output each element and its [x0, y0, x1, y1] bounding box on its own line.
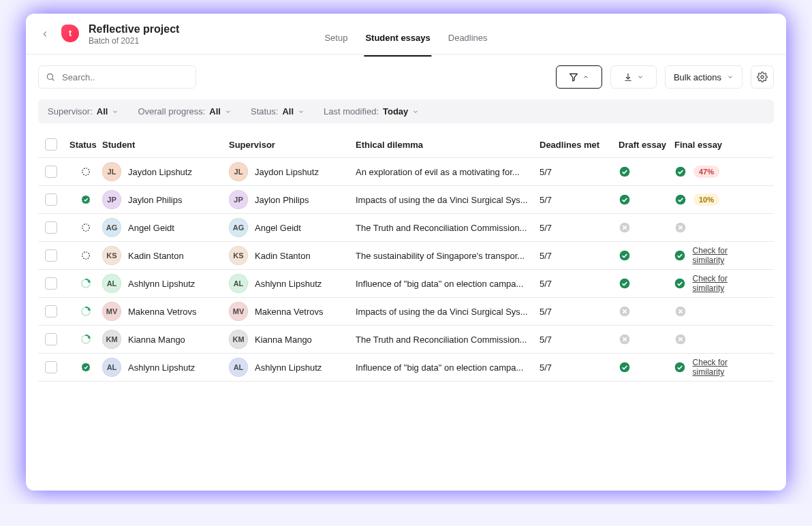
deadlines-met: 5/7	[540, 223, 619, 233]
student-name: Ashlynn Lipshutz	[128, 362, 195, 373]
check-similarity-link[interactable]: Check for similarity	[693, 246, 756, 265]
student-name: Makenna Vetrovs	[128, 307, 196, 317]
tab-setup[interactable]: Setup	[323, 26, 349, 57]
avatar: KS	[102, 246, 121, 265]
x-circle-icon	[674, 221, 687, 234]
table-row[interactable]: ALAshlynn LipshutzALAshlynn LipshutzInfl…	[38, 270, 774, 298]
row-checkbox[interactable]	[45, 194, 57, 206]
avatar: KS	[229, 246, 248, 265]
student-name: Jaydon Lipshutz	[128, 167, 192, 177]
table-row[interactable]: JLJaydon LipshutzJLJaydon LipshutzAn exp…	[38, 158, 774, 186]
ethical-dilemma: The Truth and Reconciliation Commission.…	[356, 335, 540, 345]
x-circle-icon	[674, 333, 687, 345]
check-circle-icon	[674, 166, 687, 178]
final-essay-cell	[674, 305, 756, 318]
filter-button[interactable]	[556, 65, 602, 89]
similarity-badge: 10%	[693, 194, 719, 206]
final-essay-cell: 10%	[674, 194, 756, 206]
in-progress-icon	[80, 306, 91, 317]
svg-point-24	[620, 362, 630, 373]
title-block: Reflective project Batch of 2021	[89, 23, 179, 46]
svg-point-16	[620, 279, 630, 289]
row-checkbox[interactable]	[45, 249, 57, 262]
draft-essay-cell	[619, 194, 674, 206]
svg-point-8	[676, 195, 686, 205]
final-essay-cell	[674, 333, 756, 345]
table-head: Status Student Supervisor Ethical dilemm…	[38, 126, 774, 158]
table-row[interactable]: AGAngel GeidtAGAngel GeidtThe Truth and …	[38, 214, 774, 242]
deadlines-met: 5/7	[540, 251, 619, 261]
pending-dashed-icon	[81, 167, 91, 176]
avatar: KM	[229, 330, 248, 349]
deadlines-met: 5/7	[540, 335, 619, 345]
check-circle-icon	[674, 361, 686, 373]
table-row[interactable]: MVMakenna VetrovsMVMakenna VetrovsImpact…	[38, 298, 774, 326]
ethical-dilemma: An exploration of evil as a motivating f…	[356, 167, 540, 177]
supervisor-name: Ashlynn Lipshutz	[255, 362, 322, 373]
ethical-dilemma: The Truth and Reconciliation Commission.…	[356, 223, 540, 233]
avatar: AL	[229, 358, 248, 377]
chevron-up-icon	[582, 74, 589, 80]
student-name: Kadin Stanton	[128, 251, 184, 261]
verified-badge-icon	[81, 362, 91, 372]
search-icon	[46, 72, 55, 82]
select-all-checkbox[interactable]	[45, 138, 57, 151]
ethical-dilemma: Impacts of using the da Vinci Surgical S…	[356, 307, 540, 317]
avatar: KM	[102, 330, 121, 349]
page-title: Reflective project	[89, 23, 179, 35]
row-checkbox[interactable]	[45, 361, 57, 373]
col-deadlines: Deadlines met	[540, 140, 619, 150]
draft-essay-cell	[619, 166, 674, 178]
chevron-down-icon	[727, 74, 734, 80]
student-name: Angel Geidt	[128, 223, 174, 233]
table-row[interactable]: KSKadin StantonKSKadin StantonThe sustai…	[38, 242, 774, 270]
row-checkbox[interactable]	[45, 333, 57, 345]
avatar: AG	[102, 218, 121, 237]
final-essay-cell: Check for similarity	[674, 246, 756, 265]
table-row[interactable]: KMKianna MangoKMKianna MangoThe Truth an…	[38, 326, 774, 354]
back-button[interactable]	[38, 27, 52, 41]
avatar: JP	[102, 190, 121, 209]
table-row[interactable]: JPJaylon PhilipsJPJaylon PhilipsImpacts …	[38, 186, 774, 214]
row-checkbox[interactable]	[45, 221, 57, 234]
row-checkbox[interactable]	[45, 305, 57, 318]
logo-letter: t	[69, 29, 72, 38]
filter-progress[interactable]: Overall progress: All	[138, 106, 232, 117]
settings-button[interactable]	[751, 65, 774, 89]
check-similarity-link[interactable]: Check for similarity	[693, 274, 756, 293]
row-checkbox[interactable]	[45, 166, 57, 178]
col-supervisor: Supervisor	[229, 140, 356, 150]
avatar: AL	[102, 274, 121, 293]
tab-deadlines[interactable]: Deadlines	[447, 26, 489, 57]
filter-supervisor[interactable]: Supervisor: All	[48, 106, 119, 117]
search-input[interactable]	[61, 72, 189, 83]
chevron-down-icon	[112, 108, 119, 115]
check-circle-icon	[619, 249, 631, 262]
filter-modified[interactable]: Last modified: Today	[324, 106, 419, 117]
search-box[interactable]	[38, 65, 196, 89]
check-similarity-link[interactable]: Check for similarity	[693, 358, 756, 377]
verified-badge-icon	[81, 195, 91, 204]
final-essay-cell: Check for similarity	[674, 274, 756, 293]
svg-point-5	[620, 167, 630, 177]
table-row[interactable]: ALAshlynn LipshutzALAshlynn LipshutzInfl…	[38, 354, 774, 382]
in-progress-icon	[80, 278, 91, 289]
bulk-actions-button[interactable]: Bulk actions	[665, 65, 743, 89]
svg-point-4	[82, 168, 90, 176]
download-icon	[623, 72, 633, 82]
chevron-down-icon	[298, 108, 304, 115]
svg-point-14	[675, 251, 685, 261]
final-essay-cell: Check for similarity	[674, 358, 756, 377]
pending-dashed-icon	[81, 251, 91, 260]
svg-point-12	[82, 252, 90, 260]
filter-status[interactable]: Status: All	[251, 106, 304, 117]
data-table: Status Student Supervisor Ethical dilemm…	[26, 123, 786, 394]
row-checkbox[interactable]	[45, 277, 57, 290]
final-essay-cell	[674, 221, 756, 234]
download-button[interactable]	[610, 65, 657, 89]
tab-student-essays[interactable]: Student essays	[364, 26, 431, 57]
supervisor-name: Makenna Vetrovs	[255, 307, 323, 317]
avatar: JP	[229, 190, 248, 209]
deadlines-met: 5/7	[540, 307, 619, 317]
x-circle-icon	[674, 305, 687, 318]
